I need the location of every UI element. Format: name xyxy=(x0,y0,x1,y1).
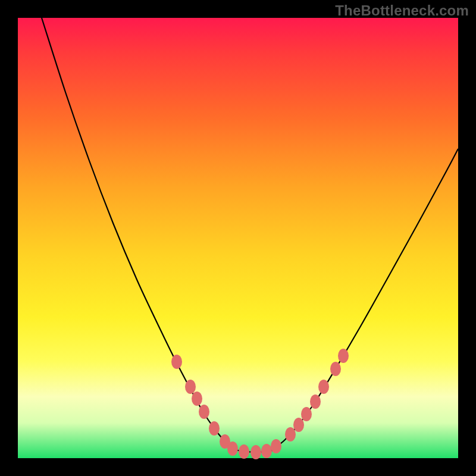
marker-dot xyxy=(171,355,182,369)
marker-dot xyxy=(209,421,220,436)
marker-dot xyxy=(199,405,209,419)
marker-dot xyxy=(318,380,329,394)
curve-svg xyxy=(18,18,458,458)
marker-dot xyxy=(310,394,321,409)
marker-dot xyxy=(239,444,249,459)
chart-frame: TheBottleneck.com xyxy=(0,0,476,476)
marker-dot xyxy=(192,392,202,406)
marker-dot xyxy=(227,441,238,456)
marker-dot xyxy=(338,349,349,363)
marker-dot xyxy=(301,407,312,421)
marker-dot xyxy=(271,439,281,453)
marker-dot xyxy=(293,418,304,432)
right-curve xyxy=(274,149,458,449)
plot-area xyxy=(18,18,458,458)
watermark-text: TheBottleneck.com xyxy=(335,2,469,19)
marker-dot xyxy=(330,362,341,376)
marker-dot xyxy=(250,445,261,459)
left-curve xyxy=(42,18,232,449)
